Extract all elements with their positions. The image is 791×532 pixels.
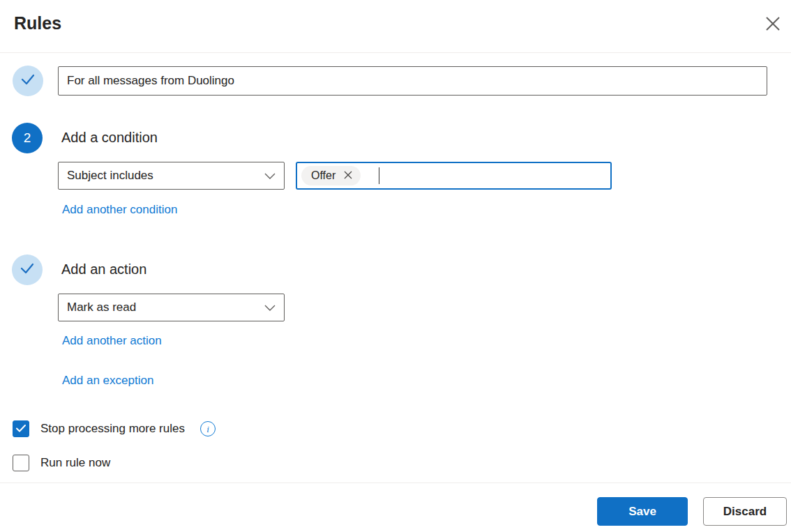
stop-processing-checkbox[interactable] — [13, 420, 29, 437]
add-an-exception-link[interactable]: Add an exception — [62, 374, 153, 388]
rule-name-input[interactable] — [58, 66, 767, 96]
close-icon — [765, 16, 781, 33]
rules-dialog: Rules 2 Add a condition Subject includes… — [0, 0, 791, 532]
stop-processing-row: Stop processing more rules i — [13, 420, 216, 437]
step-3-complete-indicator — [12, 254, 43, 285]
action-operator-value: Mark as read — [67, 301, 136, 314]
close-icon — [344, 171, 352, 181]
header-divider — [0, 52, 791, 53]
add-another-action-link[interactable]: Add another action — [62, 334, 162, 348]
condition-operator-select[interactable]: Subject includes — [58, 162, 285, 190]
remove-tag-button[interactable] — [344, 171, 352, 181]
condition-tag: Offer — [301, 166, 361, 185]
condition-tag-label: Offer — [311, 169, 336, 182]
stop-processing-label: Stop processing more rules — [40, 422, 185, 436]
run-rule-now-label: Run rule now — [40, 456, 110, 470]
condition-value-input[interactable]: Offer — [296, 162, 612, 190]
chevron-down-icon — [264, 169, 276, 183]
discard-button[interactable]: Discard — [703, 497, 787, 526]
text-cursor — [379, 167, 379, 184]
step-2-indicator: 2 — [12, 123, 43, 153]
condition-heading: Add a condition — [61, 130, 158, 146]
info-icon[interactable]: i — [200, 421, 216, 436]
step-1-complete-indicator — [13, 66, 43, 96]
condition-operator-value: Subject includes — [67, 169, 153, 183]
chevron-down-icon — [264, 301, 276, 314]
dialog-title: Rules — [14, 13, 61, 33]
checkmark-icon — [20, 263, 34, 277]
step-2-number: 2 — [24, 130, 31, 146]
action-operator-select[interactable]: Mark as read — [58, 294, 285, 321]
run-rule-now-checkbox[interactable] — [13, 455, 29, 471]
run-rule-now-row: Run rule now — [13, 455, 110, 471]
footer-divider — [0, 482, 791, 483]
add-another-condition-link[interactable]: Add another condition — [62, 203, 177, 217]
close-button[interactable] — [759, 10, 787, 38]
save-button[interactable]: Save — [597, 497, 688, 526]
action-heading: Add an action — [61, 261, 146, 278]
checkmark-icon — [16, 423, 26, 435]
checkmark-icon — [21, 74, 35, 88]
